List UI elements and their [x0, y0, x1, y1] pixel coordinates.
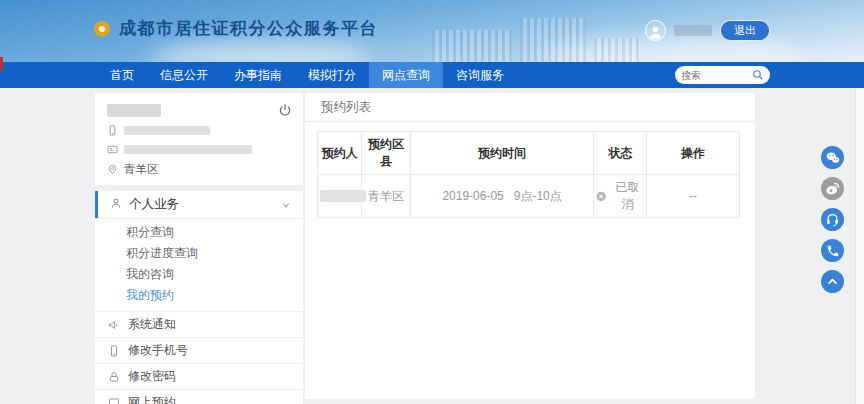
back-to-top-button[interactable]	[821, 270, 844, 293]
status-badge: 已取消	[611, 179, 645, 213]
person-icon	[110, 197, 122, 212]
power-logout-icon[interactable]	[278, 103, 292, 117]
user-district: 青羊区	[124, 163, 159, 176]
mobile-icon	[108, 345, 120, 357]
redacted-name	[107, 104, 161, 117]
main-nav: 首页 信息公开 办事指南 模拟打分 网点查询 咨询服务	[0, 62, 864, 88]
search-input[interactable]	[681, 70, 752, 81]
floating-contact-buttons	[821, 146, 844, 293]
appointment-table-wrap: 预约人 预约区县 预约时间 状态 操作 青羊区 2019-06-05 9点-10…	[305, 122, 755, 218]
search-box[interactable]	[675, 66, 770, 84]
sidebar-item-online-appointment[interactable]: 网上预约	[95, 389, 303, 404]
sidebar-item-label: 系统通知	[128, 316, 176, 333]
sidebar-item-change-password[interactable]: 修改密码	[95, 363, 303, 389]
cell-district: 青羊区	[362, 175, 411, 218]
menu-group-personal-business[interactable]: 个人业务	[95, 191, 303, 218]
person-icon	[647, 23, 664, 40]
col-header-time: 预约时间	[410, 132, 594, 175]
sidebar-item-system-notifications[interactable]: 系统通知	[95, 311, 303, 337]
sidebar: 青羊区 个人业务 积分查询 积分进度查询	[95, 93, 303, 404]
search-icon[interactable]	[752, 69, 764, 81]
building-silhouette	[594, 38, 640, 62]
sidebar-item-my-appointments[interactable]: 我的预约	[95, 285, 303, 306]
nav-item-info-disclosure[interactable]: 信息公开	[147, 62, 221, 88]
appointment-panel: 预约列表 预约人 预约区县 预约时间 状态 操作	[305, 93, 755, 399]
sidebar-item-label: 网上预约	[128, 394, 176, 404]
site-header: 成都市居住证积分公众服务平台 退出	[0, 0, 864, 62]
header-user-area: 退出	[645, 20, 770, 41]
user-phone-row	[107, 125, 291, 136]
lock-icon	[108, 371, 120, 383]
customer-service-button[interactable]	[821, 208, 844, 231]
left-edge-artifact	[0, 57, 3, 71]
nav-item-consult-service[interactable]: 咨询服务	[443, 62, 517, 88]
user-district-row: 青羊区	[107, 163, 291, 176]
redacted-applicant-name	[320, 190, 366, 202]
table-row: 青羊区 2019-06-05 9点-10点 已取消 --	[318, 175, 740, 218]
weibo-icon	[825, 181, 841, 197]
sidebar-item-my-consultations[interactable]: 我的咨询	[95, 264, 303, 285]
nav-item-branch-query[interactable]: 网点查询	[369, 62, 443, 88]
nav-item-service-guide[interactable]: 办事指南	[221, 62, 295, 88]
panel-title: 预约列表	[305, 93, 755, 122]
menu-group-label: 个人业务	[129, 196, 179, 213]
chevron-down-icon	[281, 200, 291, 210]
col-header-status: 状态	[594, 132, 647, 175]
monitor-icon	[108, 397, 120, 404]
phone-icon	[826, 244, 840, 258]
cell-action: --	[647, 175, 740, 218]
sidebar-item-label: 修改手机号	[128, 342, 188, 359]
logout-button[interactable]: 退出	[720, 20, 770, 41]
cancelled-status-icon	[596, 191, 606, 202]
cell-applicant	[318, 175, 362, 218]
nav-item-mock-scoring[interactable]: 模拟打分	[295, 62, 369, 88]
sidebar-item-label: 修改密码	[128, 368, 176, 385]
redacted-id-number	[124, 145, 252, 154]
building-silhouette	[432, 30, 512, 62]
id-card-icon	[107, 144, 118, 155]
phone-button[interactable]	[821, 239, 844, 262]
wechat-button[interactable]	[821, 146, 844, 169]
redacted-phone-number	[124, 126, 210, 135]
nav-item-home[interactable]: 首页	[97, 62, 147, 88]
location-pin-icon	[107, 164, 118, 175]
headset-icon	[825, 212, 840, 227]
sidebar-item-points-progress-query[interactable]: 积分进度查询	[95, 243, 303, 264]
building-silhouette	[520, 18, 586, 62]
site-title: 成都市居住证积分公众服务平台	[119, 17, 378, 40]
site-logo-icon	[94, 21, 110, 37]
cell-status: 已取消	[594, 175, 647, 218]
cell-time: 2019-06-05 9点-10点	[410, 175, 594, 218]
table-header-row: 预约人 预约区县 预约时间 状态 操作	[318, 132, 740, 175]
app-page: 成都市居住证积分公众服务平台 退出 首页 信息公开 办事指南 模拟打分 网点查询…	[0, 0, 864, 404]
sidebar-item-points-query[interactable]: 积分查询	[95, 222, 303, 243]
user-info-card: 青羊区	[95, 93, 303, 185]
brand: 成都市居住证积分公众服务平台	[94, 17, 378, 40]
col-header-district: 预约区县	[362, 132, 411, 175]
wechat-icon	[825, 150, 841, 166]
user-id-row	[107, 144, 291, 155]
right-edge-strip	[855, 88, 864, 404]
col-header-action: 操作	[647, 132, 740, 175]
sidebar-menu: 个人业务 积分查询 积分进度查询 我的咨询 我的预约	[95, 191, 303, 404]
col-header-applicant: 预约人	[318, 132, 362, 175]
notification-icon	[108, 319, 120, 331]
sub-menu: 积分查询 积分进度查询 我的咨询 我的预约	[95, 219, 303, 311]
user-avatar[interactable]	[645, 20, 666, 41]
chevron-up-icon	[825, 274, 840, 289]
redacted-username	[674, 25, 712, 36]
appointment-table: 预约人 预约区县 预约时间 状态 操作 青羊区 2019-06-05 9点-10…	[317, 131, 740, 218]
sidebar-item-change-phone[interactable]: 修改手机号	[95, 337, 303, 363]
mobile-icon	[107, 125, 118, 136]
weibo-button[interactable]	[821, 177, 844, 200]
